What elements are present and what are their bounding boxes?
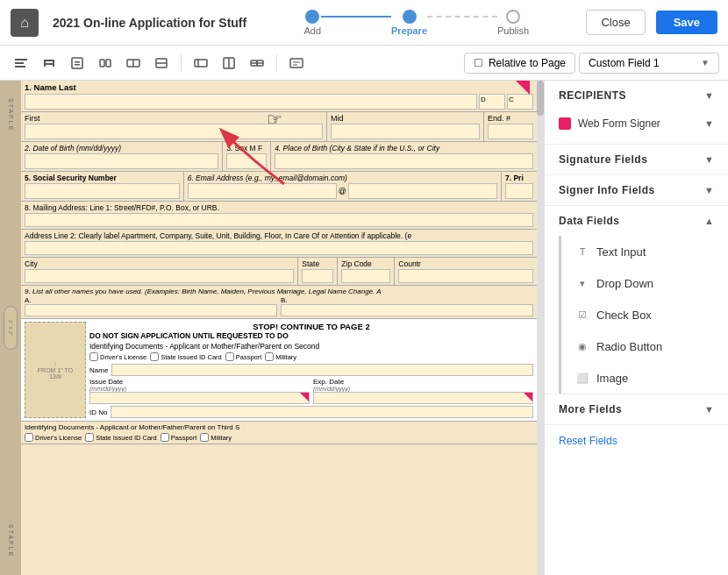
pob-field[interactable] (275, 153, 533, 169)
end-field[interactable] (488, 124, 533, 139)
zip-label: Zip Code (341, 259, 390, 268)
toolbar-icon-8[interactable] (217, 51, 241, 75)
drivers-license-check[interactable]: Driver's License (89, 352, 146, 361)
field-item-radio-button[interactable]: ◉ Radio Button (561, 330, 728, 362)
email-label: 6. Email Address (e.g., my_email@domain.… (188, 174, 497, 182)
first-name-field[interactable] (25, 124, 323, 139)
military-check2[interactable]: Military (200, 433, 232, 442)
ssn-label: 5. Social Security Number (25, 174, 180, 182)
exp-date-field[interactable] (313, 392, 533, 404)
name-b-field[interactable] (281, 304, 533, 316)
step-add-circle (305, 10, 319, 24)
image-icon: ⬜ (575, 371, 589, 385)
military-check[interactable]: Military (265, 352, 296, 361)
signer-info-chevron-icon: ▼ (704, 185, 714, 195)
data-fields-list: T Text Input ▾ Drop Down ☑ Check Box ◉ R… (559, 236, 728, 394)
relative-to-page-toggle[interactable]: ☐ Relative to Page (464, 53, 575, 74)
toolbar-icon-6[interactable] (149, 51, 174, 75)
id-no-field[interactable] (111, 406, 533, 418)
email-domain-field[interactable] (348, 183, 497, 199)
zip-field[interactable] (341, 269, 390, 283)
field-d[interactable]: D (479, 94, 505, 110)
mid-field[interactable] (331, 124, 480, 139)
home-button[interactable]: ⌂ (11, 9, 39, 37)
country-field[interactable] (398, 269, 533, 283)
issue-date-field[interactable] (89, 392, 310, 404)
step-line-2 (427, 16, 497, 18)
passport-check[interactable]: Passport (225, 352, 262, 361)
state-field[interactable] (302, 269, 333, 283)
toolbar-icon-2[interactable] (37, 51, 61, 75)
scrollbar-track[interactable] (537, 81, 544, 575)
close-button[interactable]: Close (586, 10, 645, 35)
exp-date-hint: (mm/dd/yyyy) (313, 386, 533, 392)
sex-field[interactable] (226, 153, 267, 169)
recipients-section-header[interactable]: RECIPIENTS ▼ (545, 81, 728, 110)
stop-subtitle: DO NOT SIGN APPLICATION UNTIL REQUESTED … (89, 331, 533, 340)
reset-fields-link[interactable]: Reset Fields (559, 435, 617, 447)
field-item-drop-down[interactable]: ▾ Drop Down (561, 267, 728, 299)
country-label: Countr (398, 259, 533, 268)
passport-check2[interactable]: Passport (161, 433, 197, 442)
toolbar-icon-10[interactable] (284, 51, 309, 75)
save-button[interactable]: Save (656, 11, 717, 34)
email-field[interactable] (188, 183, 337, 199)
drivers-license-check2[interactable]: Driver's License (25, 433, 82, 442)
step-line-1 (321, 16, 391, 18)
custom-field-select[interactable]: Custom Field 1 ▼ (579, 53, 719, 74)
form-row-ssn: 5. Social Security Number 6. Email Addre… (21, 172, 537, 202)
header: ⌂ 2021 On-line Application for Stuff Add… (0, 0, 728, 46)
staple-left-label-2: STAPLE (8, 524, 14, 557)
toolbar-icon-3[interactable] (65, 51, 89, 75)
scrollbar-thumb[interactable] (537, 81, 544, 116)
photo-placeholder: ↑ FROM 1" TO 13/8 (25, 322, 86, 418)
name-a-field[interactable] (25, 304, 277, 316)
date-corner-1 (300, 393, 309, 401)
toolbar-icon-9[interactable] (245, 51, 269, 75)
a-label: A. (25, 296, 277, 304)
issue-date-cell: Issue Date (mm/dd/yyyy) (89, 378, 310, 404)
stop-content: STOP! CONTINUE TO PAGE 2 DO NOT SIGN APP… (89, 322, 533, 418)
pri-field[interactable] (505, 183, 533, 199)
name-input-row: D C (25, 94, 533, 110)
first-name-cell: First (21, 112, 327, 141)
field-item-check-box[interactable]: ☑ Check Box (561, 299, 728, 330)
checkbox-icon: ☐ (474, 57, 483, 69)
reset-fields-section: Reset Fields (545, 425, 728, 456)
more-fields-chevron-icon: ▼ (704, 404, 714, 415)
pink-corner-indicator (516, 81, 530, 95)
name-id-field[interactable] (111, 364, 533, 376)
dob-cell: 2. Date of Birth (mm/dd/yyyy) (21, 142, 223, 171)
toolbar-icon-4[interactable] (93, 51, 118, 75)
step-add-label: Add (303, 25, 321, 36)
data-fields-header[interactable]: Data Fields ▲ (545, 206, 728, 236)
stop-title: STOP! CONTINUE TO PAGE 2 (89, 322, 533, 331)
svg-rect-5 (44, 60, 46, 67)
state-label: State (302, 259, 333, 268)
more-fields-header[interactable]: More Fields ▼ (545, 394, 728, 424)
stepper: Add Prepare Publish (261, 10, 572, 36)
state-id-check[interactable]: State Issued ID Card (150, 352, 222, 361)
city-field[interactable] (25, 269, 294, 283)
field-item-text-input[interactable]: T Text Input (561, 236, 728, 267)
country-cell: Countr (395, 258, 537, 285)
recipient-color-swatch (559, 117, 571, 130)
form-row-name: 1. Name Last D C (21, 81, 537, 112)
svg-rect-2 (15, 66, 25, 67)
addr2-field[interactable] (25, 241, 533, 255)
last-name-field[interactable] (25, 94, 477, 110)
state-id-check2[interactable]: State Issued ID Card (85, 433, 157, 442)
addr1-field[interactable] (25, 213, 533, 227)
ssn-field[interactable] (25, 183, 180, 199)
side-panel: RECIPIENTS ▼ Web Form Signer ▼ Signature… (544, 81, 728, 575)
field-item-image[interactable]: ⬜ Image (561, 362, 728, 394)
document-area[interactable]: STAPLE 2" X 2" STAPLE 1. Name Last D C (0, 81, 544, 575)
toolbar-icon-1[interactable] (9, 51, 33, 75)
dob-field[interactable] (25, 153, 218, 169)
toolbar-icon-5[interactable] (121, 51, 146, 75)
signature-fields-header[interactable]: Signature Fields ▼ (545, 145, 728, 174)
toolbar-icon-7[interactable] (189, 51, 213, 75)
signer-info-header[interactable]: Signer Info Fields ▼ (545, 175, 728, 205)
relative-to-page-label: Relative to Page (489, 57, 566, 69)
field-c[interactable]: C (507, 94, 533, 110)
